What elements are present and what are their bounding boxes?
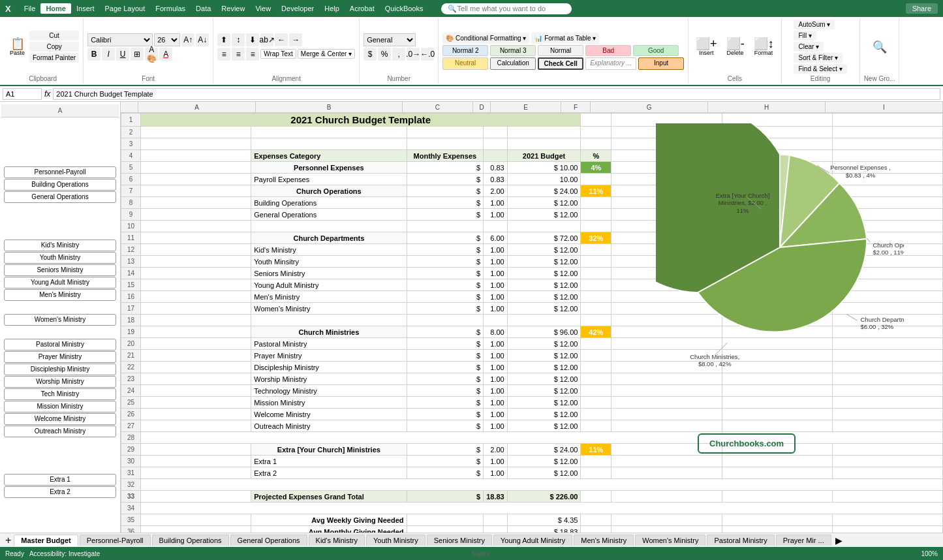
sidebar-item-discipleship-ministry[interactable]: Discipleship Ministry: [4, 364, 116, 375]
tab-general-operations[interactable]: General Operations: [230, 535, 307, 546]
font-name-select[interactable]: Calibri: [87, 33, 153, 46]
col-g-header[interactable]: G: [591, 102, 708, 112]
tab-master-budget[interactable]: Master Budget: [14, 535, 78, 546]
find-select-button[interactable]: Find & Select ▾: [794, 64, 846, 74]
align-center-button[interactable]: ≡: [232, 48, 245, 61]
clear-button[interactable]: Clear ▾: [794, 42, 824, 52]
neutral-style[interactable]: Neutral: [442, 57, 488, 70]
churchbooks-link[interactable]: Churchbooks.com: [698, 433, 796, 454]
tab-seniors-ministry[interactable]: Seniors Ministry: [427, 535, 492, 546]
format-as-table-button[interactable]: 📊 Format as Table ▾: [531, 33, 599, 44]
formula-input[interactable]: [53, 88, 940, 100]
number-format-select[interactable]: General: [363, 33, 416, 46]
tab-home[interactable]: Home: [40, 3, 71, 14]
tab-acrobat[interactable]: Acrobat: [345, 3, 380, 14]
sidebar-item-building-operations[interactable]: Building Operations: [4, 179, 116, 191]
col-b-header[interactable]: B: [256, 102, 403, 112]
sidebar-item-pastoral-ministry[interactable]: Pastoral Ministry: [4, 339, 116, 350]
conditional-formatting-button[interactable]: 🎨 Conditional Formatting ▾: [442, 33, 529, 44]
tab-page-layout[interactable]: Page Layout: [99, 3, 150, 14]
sidebar-item-mission-ministry[interactable]: Mission Ministry: [4, 401, 116, 412]
align-right-button[interactable]: ≡: [246, 48, 259, 61]
sort-filter-button[interactable]: Sort & Filter ▾: [794, 53, 843, 63]
col-d-header[interactable]: D: [473, 102, 491, 112]
underline-button[interactable]: U: [116, 48, 129, 61]
calculation-style[interactable]: Calculation: [490, 57, 536, 70]
orientation-button[interactable]: ab↗: [260, 33, 273, 46]
fill-color-button[interactable]: A🎨: [145, 48, 158, 61]
explanatory-style[interactable]: Explanatory ...: [585, 57, 636, 70]
sidebar-item-extra1[interactable]: Extra 1: [4, 474, 116, 486]
tab-quickbooks[interactable]: QuickBooks: [380, 3, 429, 14]
tab-young-adult-ministry[interactable]: Young Adult Ministry: [493, 535, 572, 546]
tab-help[interactable]: Help: [319, 3, 345, 14]
zoom-button[interactable]: 🔍: [869, 39, 890, 55]
tab-kids-ministry[interactable]: Kid's Ministry: [309, 535, 365, 546]
col-h-header[interactable]: H: [708, 102, 826, 112]
good-style[interactable]: Good: [633, 45, 679, 56]
tab-file[interactable]: File: [19, 3, 41, 14]
delete-button[interactable]: ⬜- Delete: [723, 36, 748, 58]
tab-mens-ministry[interactable]: Men's Ministry: [574, 535, 634, 546]
zoom-controls[interactable]: 100%: [921, 550, 938, 557]
bold-button[interactable]: B: [87, 48, 100, 61]
share-button[interactable]: Share: [906, 3, 938, 14]
indent-increase-button[interactable]: →: [289, 33, 302, 46]
sidebar-item-kids-ministry[interactable]: Kid's Ministry: [4, 240, 116, 251]
cell-reference-input[interactable]: [3, 88, 42, 100]
italic-button[interactable]: I: [102, 48, 115, 61]
add-sheet-button[interactable]: +: [3, 535, 14, 546]
format-painter-button[interactable]: Format Painter: [29, 53, 79, 63]
col-a-header[interactable]: A: [138, 102, 256, 112]
sidebar-item-extra2[interactable]: Extra 2: [4, 486, 116, 498]
grow-font-button[interactable]: A↑: [181, 33, 194, 46]
tab-pastoral-ministry[interactable]: Pastoral Ministry: [707, 535, 774, 546]
sidebar-item-prayer-ministry[interactable]: Prayer Ministry: [4, 351, 116, 363]
sidebar-item-seniors-ministry[interactable]: Seniors Ministry: [4, 264, 116, 276]
font-size-select[interactable]: 26: [154, 33, 180, 46]
tab-formulas[interactable]: Formulas: [150, 3, 191, 14]
comma-button[interactable]: ,: [392, 48, 405, 61]
sidebar-item-womens-ministry[interactable]: Women's Ministry: [4, 314, 116, 326]
tab-data[interactable]: Data: [191, 3, 216, 14]
tab-building-operations[interactable]: Building Operations: [152, 535, 229, 546]
search-input[interactable]: [457, 5, 555, 12]
sidebar-item-welcome-ministry[interactable]: Welcome Ministry: [4, 413, 116, 425]
tab-review[interactable]: Review: [216, 3, 250, 14]
shrink-font-button[interactable]: A↓: [196, 33, 209, 46]
normal3-style[interactable]: Normal 3: [490, 45, 536, 56]
cut-button[interactable]: Cut: [29, 31, 79, 40]
sidebar-item-outreach-ministry[interactable]: Outreach Ministry: [4, 426, 116, 437]
align-top-button[interactable]: ⬆: [217, 33, 230, 46]
sidebar-item-personnel-payroll[interactable]: Personnel-Payroll: [4, 166, 116, 178]
format-button[interactable]: ⬜↕ Format: [750, 36, 777, 58]
increase-decimal-button[interactable]: .0→: [407, 48, 420, 61]
tab-youth-ministry[interactable]: Youth Ministry: [366, 535, 425, 546]
col-e-header[interactable]: E: [491, 102, 561, 112]
title-cell[interactable]: 2021 Church Budget Template: [141, 114, 581, 127]
sidebar-item-worship-ministry[interactable]: Worship Ministry: [4, 376, 116, 388]
sidebar-item-mens-ministry[interactable]: Men's Ministry: [4, 289, 116, 301]
sidebar-item-general-operations[interactable]: General Operations: [4, 191, 116, 203]
currency-button[interactable]: $: [363, 48, 377, 61]
tab-prayer-ministry[interactable]: Prayer Mir ...: [776, 535, 831, 546]
bad-style[interactable]: Bad: [585, 45, 631, 56]
sidebar-item-youth-ministry[interactable]: Youth Ministry: [4, 252, 116, 264]
col-i-header[interactable]: I: [826, 102, 943, 112]
align-left-button[interactable]: ≡: [217, 48, 230, 61]
decrease-decimal-button[interactable]: ←.0: [421, 48, 434, 61]
tab-view[interactable]: View: [250, 3, 276, 14]
sidebar-item-young-adult-ministry[interactable]: Young Adult Ministry: [4, 277, 116, 288]
sidebar-item-tech-ministry[interactable]: Tech Ministry: [4, 388, 116, 400]
tab-personnel-payroll[interactable]: Personnel-Payroll: [80, 535, 151, 546]
merge-center-button[interactable]: Merge & Center ▾: [298, 49, 355, 59]
copy-button[interactable]: Copy: [29, 42, 79, 52]
col-c-header[interactable]: C: [403, 102, 473, 112]
more-tabs-button[interactable]: ▶: [833, 535, 845, 546]
normal-style[interactable]: Normal: [538, 45, 583, 56]
font-color-button[interactable]: A: [159, 48, 172, 61]
tab-womens-ministry[interactable]: Women's Ministry: [635, 535, 705, 546]
autosum-button[interactable]: AutoSum ▾: [794, 20, 835, 29]
input-style[interactable]: Input: [638, 57, 684, 70]
normal2-style[interactable]: Normal 2: [442, 45, 488, 56]
